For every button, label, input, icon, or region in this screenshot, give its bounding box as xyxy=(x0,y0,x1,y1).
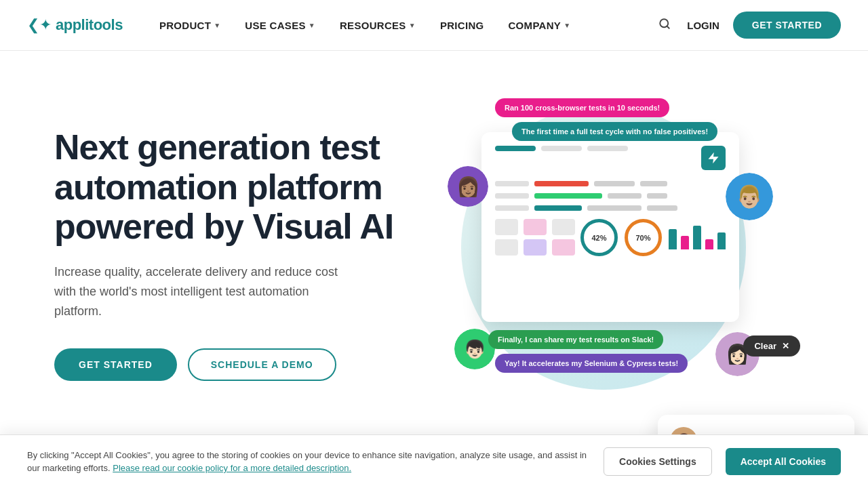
cookie-banner: By clicking "Accept All Cookies", you ag… xyxy=(0,434,868,488)
hero-content: Next generation test automation platform… xyxy=(54,127,407,380)
close-icon: ✕ xyxy=(782,341,789,351)
get-started-hero-button[interactable]: GET STARTED xyxy=(54,348,177,381)
dashboard-header xyxy=(495,146,726,170)
logo-text: applitools xyxy=(56,16,123,34)
dashboard-col-blocks: 42% 70% xyxy=(495,219,726,256)
svg-marker-2 xyxy=(709,152,719,164)
avatar-top-left: 👩🏽 xyxy=(448,166,488,207)
dashboard-card: 42% 70% xyxy=(481,132,739,322)
get-started-nav-button[interactable]: GET STARTED xyxy=(733,12,841,39)
nav-links: PRODUCT ▼ USE CASES ▼ RESOURCES ▼ PRICIN… xyxy=(150,14,656,37)
chat-bubble-1: Ran 100 cross-browser tests in 10 second… xyxy=(495,98,669,117)
nav-pricing[interactable]: PRICING xyxy=(431,14,494,37)
schedule-demo-button[interactable]: SCHEDULE A DEMO xyxy=(188,348,336,381)
bar-chart xyxy=(669,226,726,249)
accept-all-cookies-button[interactable]: Accept All Cookies xyxy=(726,448,841,475)
usecases-chevron-icon: ▼ xyxy=(309,22,315,29)
hero-subtitle: Increase quality, accelerate delivery an… xyxy=(54,262,346,321)
chat-bubble-4: Yay! It accelerates my Selenium & Cypres… xyxy=(495,354,688,373)
avatar-top-right: 👨🏼 xyxy=(726,173,773,220)
search-icon[interactable] xyxy=(656,15,673,36)
nav-usecases[interactable]: USE CASES ▼ xyxy=(235,14,325,37)
login-link[interactable]: LOGIN xyxy=(687,20,719,31)
hero-illustration: Ran 100 cross-browser tests in 10 second… xyxy=(407,78,814,430)
nav-right: LOGIN GET STARTED xyxy=(656,12,841,39)
chat-bubble-3: Finally, I can share my test results on … xyxy=(488,330,663,349)
dash-tab-2 xyxy=(587,146,628,151)
logo[interactable]: ❮✦ applitools xyxy=(27,16,123,34)
company-chevron-icon: ▼ xyxy=(564,22,570,29)
row-1 xyxy=(495,181,726,186)
logo-icon: ❮✦ xyxy=(27,16,52,34)
hero-buttons: GET STARTED SCHEDULE A DEMO xyxy=(54,348,407,381)
cookie-text: By clicking "Accept All Cookies", you ag… xyxy=(27,449,590,475)
navbar: ❮✦ applitools PRODUCT ▼ USE CASES ▼ RESO… xyxy=(0,0,868,51)
hero-section: Next generation test automation platform… xyxy=(0,51,868,430)
cookie-policy-link[interactable]: Please read our cookie policy for a more… xyxy=(113,463,351,473)
cookies-settings-button[interactable]: Cookies Settings xyxy=(604,447,712,476)
row-2 xyxy=(495,193,726,199)
gauge-area: 42% 70% xyxy=(580,219,726,256)
dashboard-rows xyxy=(495,181,726,211)
dash-tab-active xyxy=(495,146,536,151)
nav-company[interactable]: COMPANY ▼ xyxy=(498,14,580,37)
hero-title: Next generation test automation platform… xyxy=(54,127,407,246)
nav-resources[interactable]: RESOURCES ▼ xyxy=(330,14,425,37)
chat-bubble-2: The first time a full test cycle with no… xyxy=(512,122,717,141)
dash-tab-1 xyxy=(541,146,582,151)
svg-line-1 xyxy=(667,26,669,28)
gauge-1: 42% xyxy=(580,219,618,256)
clear-button[interactable]: Clear ✕ xyxy=(743,336,800,357)
dash-logo-icon xyxy=(701,146,726,170)
product-chevron-icon: ▼ xyxy=(214,22,220,29)
resources-chevron-icon: ▼ xyxy=(409,22,416,29)
nav-product[interactable]: PRODUCT ▼ xyxy=(150,14,230,37)
row-3 xyxy=(495,205,726,211)
gauge-2: 70% xyxy=(625,219,662,256)
